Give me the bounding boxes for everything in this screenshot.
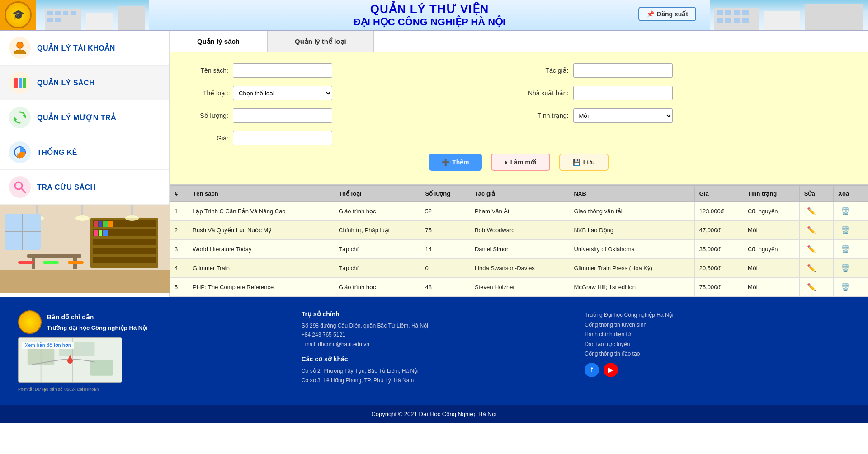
sidebar-item-borrow[interactable]: QUẢN LÝ MƯỢN TRẢ <box>0 100 169 135</box>
svg-rect-43 <box>94 230 98 236</box>
lammoi-button[interactable]: ♦️ Làm mới <box>491 154 550 171</box>
title-line1: QUẢN LÝ THƯ VIỆN <box>149 2 710 16</box>
edit-button[interactable]: ✏️ <box>804 225 819 235</box>
cell-id: 1 <box>170 202 188 221</box>
svg-line-30 <box>21 188 25 192</box>
sidebar-item-search[interactable]: TRA CỨU SÁCH <box>0 170 169 205</box>
footer-link-2[interactable]: Hành chính điện tử <box>585 330 850 340</box>
luu-button[interactable]: 💾 Lưu <box>559 154 609 171</box>
nxb-input[interactable] <box>573 86 673 100</box>
content-area: Quản lý sách Quản lý thể loại Tên sách: … <box>170 31 868 297</box>
svg-rect-50 <box>43 261 59 264</box>
footer-map-link[interactable]: Xem bản đồ lớn hơn <box>22 342 74 349</box>
sidebar-label-stats: THỐNG KÊ <box>37 148 77 157</box>
header-title: QUẢN LÝ THƯ VIỆN ĐẠI HỌC CÔNG NGHIỆP HÀ … <box>149 2 710 28</box>
delete-button[interactable]: 🗑️ <box>838 244 853 254</box>
them-button[interactable]: ➕ Thêm <box>429 154 481 171</box>
footer-map-caption: Phím tắt Dữ liệu bản đồ ©2024 Điều khoản <box>18 387 99 392</box>
edit-button[interactable]: ✏️ <box>804 206 819 216</box>
gia-input[interactable]: 0 <box>233 131 332 145</box>
cell-tac-gia: Daniel Simon <box>470 240 569 259</box>
sidebar-item-accounts[interactable]: QUẢN LÝ TÀI KHOẢN <box>0 31 169 66</box>
delete-button[interactable]: 🗑️ <box>838 225 853 235</box>
footer-bottom: Copyright © 2021 Đại Học Công Nghiệp Hà … <box>0 405 868 423</box>
svg-rect-10 <box>764 11 800 30</box>
svg-point-57 <box>125 215 139 221</box>
tab-manage-genres[interactable]: Quản lý thể loại <box>267 31 374 52</box>
svg-rect-51 <box>68 261 84 264</box>
cell-xoa: 🗑️ <box>834 221 868 240</box>
tac-gia-input[interactable] <box>573 63 673 78</box>
svg-rect-37 <box>93 248 156 254</box>
footer-hq-title: Trụ sở chính <box>302 310 567 318</box>
footer-branches-title: Các cơ sở khác <box>302 356 567 363</box>
svg-rect-13 <box>725 10 731 15</box>
title-line2: ĐẠI HỌC CÔNG NGHIỆP HÀ NỘI <box>149 16 710 28</box>
svg-rect-5 <box>63 11 68 15</box>
svg-rect-16 <box>717 18 723 23</box>
cell-ten-sach: World Literature Today <box>188 240 334 259</box>
footer-link-4[interactable]: Cổng thông tin đào tạo <box>585 349 850 359</box>
delete-button[interactable]: 🗑️ <box>838 263 853 273</box>
cell-tinh-trang: Mới <box>743 221 799 240</box>
col-sua: Sửa <box>799 186 834 202</box>
footer-top: Bản đồ chỉ dẫn Trường đại học Công nghiệ… <box>0 306 868 401</box>
delete-button[interactable]: 🗑️ <box>838 282 853 292</box>
edit-button[interactable]: ✏️ <box>804 263 819 273</box>
books-table: # Tên sách Thể loại Số lượng Tác giả NXB… <box>170 185 868 297</box>
cell-sua: ✏️ <box>799 240 834 259</box>
edit-button[interactable]: ✏️ <box>804 244 819 254</box>
nxb-label: Nhà xuất bản: <box>528 89 569 97</box>
footer-social: f ▶ <box>585 363 850 377</box>
svg-rect-6 <box>71 11 76 15</box>
svg-rect-49 <box>18 261 34 264</box>
svg-rect-42 <box>108 221 113 227</box>
cell-nxb: University of Oklahoma <box>569 240 694 259</box>
form-row-2: Thể loại: Chọn thể loại Giáo trình học C… <box>188 86 850 100</box>
cell-so-luong: 52 <box>420 202 470 221</box>
cell-the-loai: Tạp chí <box>334 240 420 259</box>
col-xoa: Xóa <box>834 186 868 202</box>
cell-tac-gia: Steven Holzner <box>470 278 569 297</box>
tinh-trang-label: Tình trạng: <box>528 112 569 119</box>
so-luong-input[interactable] <box>233 108 332 123</box>
facebook-icon[interactable]: f <box>585 363 599 377</box>
svg-rect-15 <box>742 10 749 15</box>
edit-button[interactable]: ✏️ <box>804 282 819 292</box>
footer-map[interactable]: Xem bản đồ lớn hơn <box>18 337 122 383</box>
footer-link-0[interactable]: Trường Đại học Công nghiệp Hà Nội <box>585 310 850 320</box>
tinh-trang-select[interactable]: Mới Cũ, nguyên <box>573 108 673 123</box>
the-loai-select[interactable]: Chọn thể loại Giáo trình học Chính trị, … <box>233 86 332 100</box>
search-icon <box>9 176 31 198</box>
col-ten-sach: Tên sách <box>188 186 334 202</box>
footer-link-3[interactable]: Đào tạo trực tuyến <box>585 340 850 350</box>
cell-id: 5 <box>170 278 188 297</box>
borrow-icon <box>9 107 31 128</box>
cell-sua: ✏️ <box>799 221 834 240</box>
footer-link-1[interactable]: Cổng thông tin tuyển sinh <box>585 320 850 330</box>
tab-manage-books[interactable]: Quản lý sách <box>170 31 267 52</box>
lammoi-icon: ♦️ <box>505 159 508 166</box>
col-nxb: NXB <box>569 186 694 202</box>
sidebar-item-books[interactable]: QUẢN LÝ SÁCH <box>0 66 169 100</box>
youtube-icon[interactable]: ▶ <box>604 363 618 377</box>
sidebar-item-stats[interactable]: THỐNG KÊ <box>0 135 169 170</box>
delete-button[interactable]: 🗑️ <box>838 206 853 216</box>
ten-sach-input[interactable] <box>233 63 332 78</box>
logout-button[interactable]: 📌 Đăng xuất <box>638 7 696 21</box>
cell-gia: 20,500đ <box>694 259 743 278</box>
gia-label: Giá: <box>188 135 228 142</box>
col-gia: Giá <box>694 186 743 202</box>
svg-rect-19 <box>742 18 749 23</box>
cell-the-loai: Tạp chí <box>334 259 420 278</box>
form-group-tinh-trang: Tình trạng: Mới Cũ, nguyên <box>528 108 850 123</box>
svg-rect-38 <box>93 257 156 263</box>
cell-the-loai: Chính trị, Pháp luật <box>334 221 420 240</box>
table-row: 3 World Literature Today Tạp chí 14 Dani… <box>170 240 868 259</box>
svg-rect-1 <box>86 13 113 30</box>
footer-hq-phone: +84 243 765 5121 <box>302 330 567 339</box>
cell-tac-gia: Linda Swanson-Davies <box>470 259 569 278</box>
form-group-the-loai: Thể loại: Chọn thể loại Giáo trình học C… <box>188 86 510 100</box>
footer-branch3: Cơ sở 3: Lê Hồng Phong, TP. Phủ Lý, Hà N… <box>302 376 567 385</box>
table-row: 4 Glimmer Train Tạp chí 0 Linda Swanson-… <box>170 259 868 278</box>
